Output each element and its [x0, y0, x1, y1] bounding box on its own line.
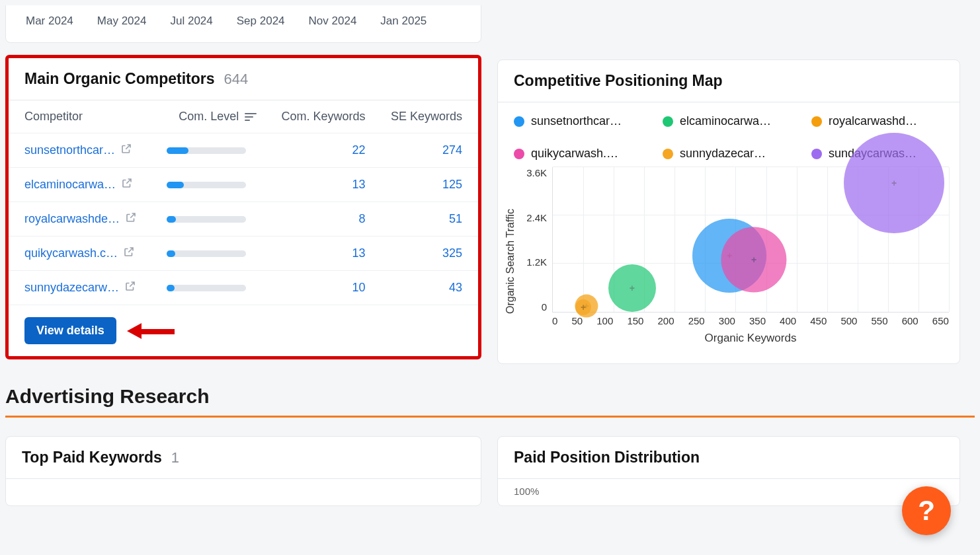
competitor-link[interactable]: sunsetnorthcar… [24, 143, 132, 158]
legend-dot-icon [663, 116, 673, 127]
y-tick: 100% [498, 479, 960, 497]
competitive-positioning-map-card: Competitive Positioning Map sunsetnorthc… [497, 59, 960, 364]
table-row: elcaminocarwa…13125 [9, 168, 478, 202]
se-keywords-value[interactable]: 125 [442, 178, 462, 191]
x-axis-ticks: 050100150200250300350400450500550600650 [552, 313, 949, 326]
timeline-tick: May 2024 [97, 15, 147, 28]
chart-bubble[interactable]: + [721, 227, 787, 292]
competitor-link[interactable]: elcaminocarwa… [24, 177, 133, 192]
se-keywords-value[interactable]: 51 [449, 212, 462, 225]
competition-level-bar [167, 216, 246, 223]
timeline-tick: Mar 2024 [26, 15, 73, 28]
legend-item[interactable]: sunnydazecar… [663, 147, 792, 161]
legend-dot-icon [514, 116, 524, 127]
card-title: Top Paid Keywords [22, 449, 162, 466]
competition-level-bar [167, 182, 246, 188]
section-divider [5, 416, 975, 418]
chart-bubble[interactable]: + [608, 264, 656, 312]
y-axis-ticks: 3.6K 2.4K 1.2K 0 [519, 167, 552, 313]
com-keywords-value[interactable]: 8 [358, 212, 365, 225]
x-axis-label: Organic Keywords [552, 326, 949, 355]
com-keywords-value[interactable]: 10 [352, 281, 365, 294]
advertising-research-heading: Advertising Research [5, 385, 975, 408]
legend-dot-icon [663, 149, 673, 159]
legend-dot-icon [514, 149, 524, 159]
legend-item[interactable]: sunsetnorthcar… [514, 114, 643, 128]
col-com-keywords[interactable]: Com. Keywords [263, 100, 373, 133]
competition-level-bar [167, 250, 246, 257]
bubble-chart[interactable]: ++++++ [552, 167, 949, 313]
timeline-tick: Sep 2024 [237, 15, 285, 28]
legend-item[interactable]: quikycarwash.… [514, 147, 643, 161]
external-link-icon[interactable] [121, 177, 133, 192]
timeline-tick: Jan 2025 [380, 15, 427, 28]
table-row: sunsetnorthcar…22274 [9, 133, 478, 168]
legend-dot-icon [811, 149, 822, 159]
main-organic-competitors-card: Main Organic Competitors 644 Competitor … [9, 58, 478, 356]
competition-level-bar [167, 285, 246, 291]
external-link-icon[interactable] [125, 211, 137, 227]
competitor-count: 644 [224, 71, 249, 88]
legend-item[interactable]: elcaminocarwa… [663, 114, 792, 128]
competitor-link[interactable]: sunnydazecarw… [24, 280, 136, 295]
se-keywords-value[interactable]: 274 [442, 143, 462, 157]
com-keywords-value[interactable]: 13 [352, 178, 365, 191]
legend-item[interactable]: royalcarwashd… [811, 114, 940, 128]
col-se-keywords[interactable]: SE Keywords [373, 100, 478, 133]
timeline-tick: Jul 2024 [171, 15, 213, 28]
chart-bubble[interactable]: + [575, 299, 591, 315]
table-row: royalcarwashde…851 [9, 202, 478, 237]
col-competitor[interactable]: Competitor [9, 100, 159, 133]
col-com-level[interactable]: Com. Level [159, 100, 263, 133]
chart-bubble[interactable]: + [844, 133, 944, 233]
view-details-button[interactable]: View details [24, 317, 116, 344]
external-link-icon[interactable] [123, 246, 135, 261]
timeline-axis: Mar 2024 May 2024 Jul 2024 Sep 2024 Nov … [5, 5, 481, 43]
top-paid-keywords-card: Top Paid Keywords 1 [5, 436, 481, 506]
com-keywords-value[interactable]: 13 [352, 246, 365, 260]
competitors-table: Competitor Com. Level Com. Keywords SE K… [9, 100, 478, 305]
card-title: Main Organic Competitors [24, 70, 215, 88]
arrow-annotation [127, 324, 175, 338]
competitor-link[interactable]: royalcarwashde… [24, 211, 137, 227]
paid-position-distribution-card: Paid Position Distribution 100% [497, 436, 960, 506]
table-row: quikycarwash.c…13325 [9, 237, 478, 271]
competitor-link[interactable]: quikycarwash.c… [24, 246, 135, 261]
se-keywords-value[interactable]: 43 [449, 281, 462, 294]
paid-kw-count: 1 [171, 449, 179, 466]
legend-dot-icon [811, 116, 822, 127]
sort-desc-icon [245, 110, 255, 124]
highlight-annotation: Main Organic Competitors 644 Competitor … [5, 55, 481, 359]
com-keywords-value[interactable]: 22 [352, 143, 365, 157]
y-axis-label: Organic Search Traffic [502, 167, 519, 355]
timeline-tick: Nov 2024 [309, 15, 357, 28]
competition-level-bar [167, 147, 246, 154]
table-row: sunnydazecarw…1043 [9, 271, 478, 305]
external-link-icon[interactable] [124, 280, 136, 295]
help-button[interactable]: ? [902, 486, 951, 535]
card-title: Paid Position Distribution [514, 449, 700, 466]
card-title: Competitive Positioning Map [514, 72, 723, 90]
se-keywords-value[interactable]: 325 [442, 246, 462, 260]
external-link-icon[interactable] [120, 143, 132, 158]
